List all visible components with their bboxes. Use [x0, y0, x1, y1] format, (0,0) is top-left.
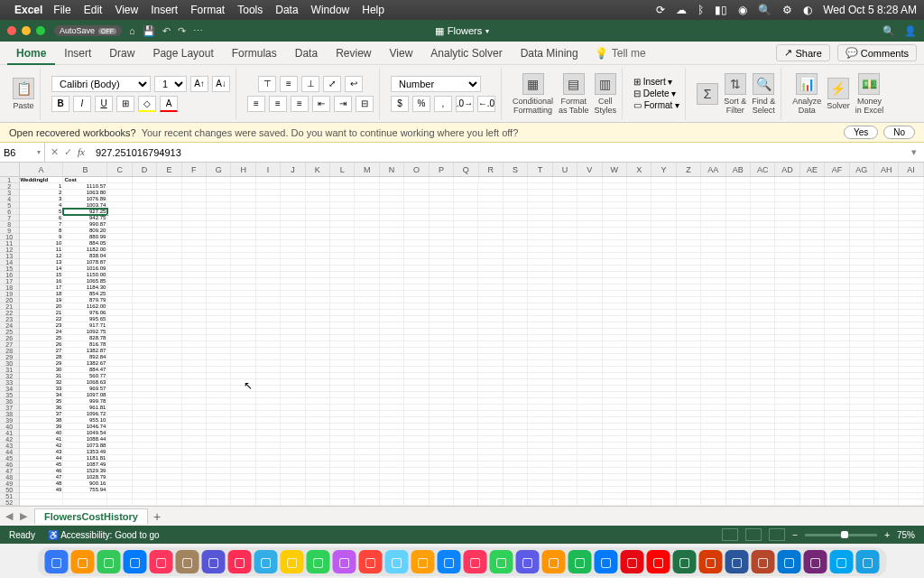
cell[interactable]: 1028.79: [63, 474, 107, 480]
cell[interactable]: [528, 196, 552, 202]
cell[interactable]: [157, 487, 181, 493]
cell[interactable]: [578, 386, 602, 392]
chevron-down-icon[interactable]: ▾: [485, 27, 489, 35]
bluetooth-icon[interactable]: ᛒ: [698, 4, 704, 16]
cell[interactable]: [256, 493, 281, 499]
cell[interactable]: [404, 341, 429, 348]
cell[interactable]: [874, 183, 899, 190]
cell[interactable]: [306, 322, 330, 329]
cell[interactable]: 33: [20, 386, 64, 392]
cell[interactable]: [182, 436, 207, 443]
cell[interactable]: [578, 278, 602, 284]
column-header[interactable]: F: [182, 163, 207, 176]
cell[interactable]: [107, 228, 132, 234]
column-header[interactable]: AC: [751, 163, 775, 176]
cell[interactable]: [182, 360, 207, 367]
cell[interactable]: [874, 487, 899, 493]
cell[interactable]: [701, 202, 725, 209]
cell[interactable]: [330, 215, 355, 221]
row-header[interactable]: 51: [0, 493, 20, 499]
cell[interactable]: 25: [20, 335, 64, 341]
cell[interactable]: [133, 335, 157, 341]
cell[interactable]: [775, 266, 799, 272]
cell[interactable]: [553, 455, 578, 461]
cell[interactable]: [578, 259, 602, 266]
cell[interactable]: [231, 392, 255, 398]
cell[interactable]: [478, 253, 503, 259]
cell[interactable]: [701, 443, 725, 449]
cell[interactable]: [380, 291, 404, 297]
menu-insert[interactable]: Insert: [151, 4, 178, 16]
cell[interactable]: [751, 234, 775, 240]
cell[interactable]: [677, 303, 701, 310]
cell[interactable]: [355, 386, 379, 392]
cell[interactable]: [677, 386, 701, 392]
cell[interactable]: [355, 329, 379, 335]
cell[interactable]: [578, 348, 602, 354]
cell[interactable]: [430, 386, 454, 392]
cell[interactable]: [430, 177, 454, 183]
cell[interactable]: 6: [20, 215, 64, 221]
dock-app-25[interactable]: ▢: [699, 550, 723, 573]
cell[interactable]: [677, 474, 701, 480]
cell[interactable]: [651, 424, 676, 430]
cell[interactable]: [825, 379, 849, 386]
cell[interactable]: [231, 367, 255, 373]
cell[interactable]: [800, 202, 825, 209]
cell[interactable]: [355, 253, 379, 259]
cell[interactable]: [701, 234, 725, 240]
cell[interactable]: [231, 487, 255, 493]
cell[interactable]: [478, 398, 503, 405]
cell[interactable]: [306, 310, 330, 316]
cell[interactable]: [231, 373, 255, 379]
cell[interactable]: 7: [20, 221, 64, 228]
menu-format[interactable]: Format: [190, 4, 225, 16]
cell[interactable]: [651, 322, 676, 329]
cell[interactable]: [726, 278, 751, 284]
cell[interactable]: [726, 386, 751, 392]
cell[interactable]: [528, 272, 552, 278]
cell[interactable]: [775, 322, 799, 329]
cell[interactable]: [726, 468, 751, 474]
cell[interactable]: [478, 322, 503, 329]
cell[interactable]: [454, 310, 478, 316]
cell[interactable]: [874, 398, 899, 405]
cell[interactable]: [726, 190, 751, 196]
cell[interactable]: [627, 430, 651, 436]
cell[interactable]: [207, 417, 231, 424]
cell[interactable]: [478, 310, 503, 316]
column-header[interactable]: B: [63, 163, 107, 176]
cell[interactable]: [504, 430, 528, 436]
cell[interactable]: [850, 272, 874, 278]
cell[interactable]: [330, 316, 355, 322]
cell[interactable]: [775, 341, 799, 348]
cell[interactable]: [430, 468, 454, 474]
cell[interactable]: [775, 443, 799, 449]
cell[interactable]: [751, 348, 775, 354]
cell[interactable]: [157, 316, 181, 322]
row-header[interactable]: 30: [0, 360, 20, 367]
cell[interactable]: [306, 405, 330, 411]
cell[interactable]: [726, 266, 751, 272]
cell[interactable]: [627, 436, 651, 443]
cell[interactable]: 1065.85: [63, 278, 107, 284]
cell[interactable]: [874, 177, 899, 183]
cell[interactable]: [182, 234, 207, 240]
cell[interactable]: [207, 424, 231, 430]
cell[interactable]: [677, 354, 701, 360]
cell[interactable]: [107, 297, 132, 303]
cell[interactable]: [454, 499, 478, 506]
cell[interactable]: [157, 247, 181, 253]
cell[interactable]: [751, 367, 775, 373]
cell[interactable]: [256, 202, 281, 209]
cell[interactable]: [726, 379, 751, 386]
cell[interactable]: [627, 316, 651, 322]
cell[interactable]: [404, 367, 429, 373]
cell[interactable]: [627, 228, 651, 234]
cell[interactable]: [701, 405, 725, 411]
cell[interactable]: [850, 177, 874, 183]
cell[interactable]: [478, 183, 503, 190]
cell[interactable]: [578, 190, 602, 196]
cell[interactable]: [404, 354, 429, 360]
cell[interactable]: [256, 341, 281, 348]
